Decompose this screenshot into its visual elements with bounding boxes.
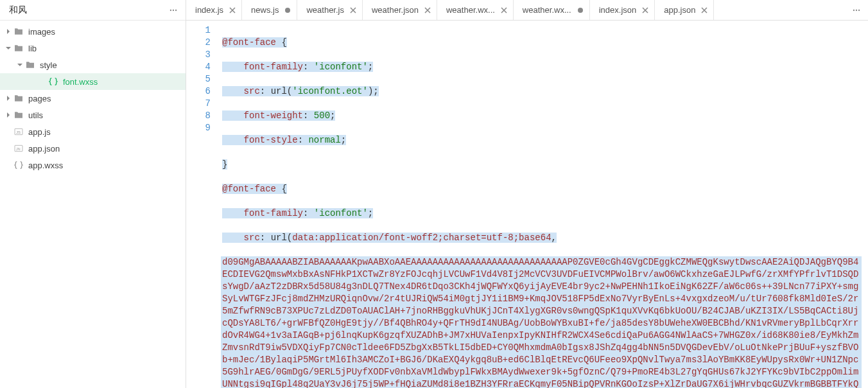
svg-point-1 [173, 9, 174, 10]
line-number: 1 [186, 24, 211, 37]
folder-icon [13, 109, 24, 121]
code-editor[interactable]: 1 2 3 4 5 6 7 8 9 @font-face { font-fami… [186, 21, 868, 388]
line-number: 6 [186, 85, 211, 98]
tab-label: news.js [251, 5, 279, 15]
close-icon[interactable] [229, 7, 236, 13]
code-line: font-family: 'iconfont'; [221, 207, 868, 220]
close-icon[interactable] [424, 7, 431, 13]
close-icon[interactable] [700, 7, 708, 13]
svg-point-8 [856, 9, 857, 10]
tab-app-json[interactable]: app.json [655, 0, 714, 20]
file-app-js[interactable]: JS app.js [0, 123, 186, 140]
close-icon[interactable] [641, 7, 649, 13]
js-icon: JS [13, 126, 24, 137]
tab-label: weather.wx... [523, 5, 571, 15]
file-app-wxss[interactable]: app.wxss [0, 157, 186, 173]
code-line: font-style: normal; [221, 134, 868, 146]
tab-bar: index.js news.js weather.js weather.json… [186, 0, 868, 21]
tree-label: images [28, 27, 55, 37]
code-line: font-family: 'iconfont'; [221, 61, 868, 73]
tab-label: weather.js [306, 5, 344, 15]
folder-pages[interactable]: pages [0, 90, 186, 107]
tab-label: app.json [664, 5, 695, 15]
close-icon[interactable] [500, 7, 508, 13]
chevron-right-icon [4, 27, 13, 36]
line-number: 5 [186, 73, 211, 85]
code-body[interactable]: @font-face { font-family: 'iconfont'; sr… [217, 21, 868, 388]
tree-label: app.js [28, 127, 51, 137]
folder-icon [13, 93, 24, 104]
svg-text:JN: JN [16, 147, 21, 151]
svg-text:JS: JS [16, 130, 21, 134]
line-number: 7 [186, 98, 211, 110]
svg-point-0 [170, 9, 171, 10]
tree-label: app.json [28, 144, 60, 154]
chevron-right-icon [4, 94, 13, 103]
tabs-more-icon[interactable] [845, 0, 868, 20]
code-line-wrapped: d09GMgABAAAAABZIABAAAAAAKpwAABXoAAEAAAAA… [221, 256, 862, 388]
code-line: @font-face { [221, 183, 868, 195]
close-icon[interactable] [349, 7, 357, 13]
tree-label: style [40, 60, 57, 70]
tab-label: index.json [599, 5, 637, 15]
chevron-down-icon [4, 44, 13, 53]
project-title: 和风 [9, 4, 27, 16]
dirty-indicator-icon [284, 8, 291, 13]
tab-index-json[interactable]: index.json [590, 0, 655, 20]
tree-label: utils [28, 110, 43, 120]
code-line: font-weight: 500; [221, 110, 868, 122]
tab-label: weather.json [372, 5, 419, 15]
dirty-indicator-icon [577, 8, 584, 13]
tree-label: app.wxss [28, 161, 63, 170]
folder-icon [13, 26, 24, 37]
tab-news-js[interactable]: news.js [242, 0, 297, 20]
folder-icon [24, 59, 36, 71]
svg-point-9 [858, 9, 860, 10]
braces-icon [48, 76, 59, 87]
sidebar-header: 和风 [0, 0, 186, 21]
line-number: 2 [186, 37, 211, 49]
braces-icon [13, 159, 24, 171]
tree-label: lib [28, 44, 37, 53]
line-number: 8 [186, 110, 211, 122]
json-icon: JN [13, 143, 24, 154]
file-font-wxss[interactable]: font.wxss [0, 73, 186, 90]
tab-weather-json[interactable]: weather.json [363, 0, 437, 20]
folder-images[interactable]: images [0, 23, 186, 40]
tree-label: pages [28, 94, 51, 103]
folder-lib[interactable]: lib [0, 40, 186, 57]
file-app-json[interactable]: JN app.json [0, 140, 186, 157]
tree-label: font.wxss [63, 77, 98, 87]
tab-weather-js[interactable]: weather.js [297, 0, 363, 20]
line-number: 4 [186, 61, 211, 73]
chevron-down-icon [15, 60, 24, 69]
code-line: @font-face { [221, 37, 868, 49]
tab-weather-wxss-2[interactable]: weather.wx... [514, 0, 590, 20]
tab-index-js[interactable]: index.js [186, 0, 242, 20]
tab-weather-wxss-1[interactable]: weather.wx... [437, 0, 514, 20]
file-tree: images lib style font.wxss pages utils [0, 21, 186, 388]
code-line: src: url('iconfont.eot'); [221, 85, 868, 98]
code-line: src: url(data:application/font-woff2;cha… [221, 232, 868, 244]
folder-style[interactable]: style [0, 57, 186, 73]
svg-point-7 [853, 9, 855, 10]
sidebar: 和风 images lib style font.wxss [0, 0, 186, 388]
tab-label: index.js [195, 5, 223, 15]
line-number: 9 [186, 122, 211, 134]
chevron-right-icon [4, 110, 13, 119]
code-line: } [221, 159, 868, 171]
more-icon[interactable] [166, 3, 180, 17]
folder-icon [13, 42, 24, 54]
line-gutter: 1 2 3 4 5 6 7 8 9 [186, 21, 217, 388]
line-number: 3 [186, 49, 211, 61]
folder-utils[interactable]: utils [0, 107, 186, 123]
editor-area: index.js news.js weather.js weather.json… [186, 0, 868, 388]
tab-label: weather.wx... [446, 5, 495, 15]
svg-point-2 [175, 9, 177, 10]
